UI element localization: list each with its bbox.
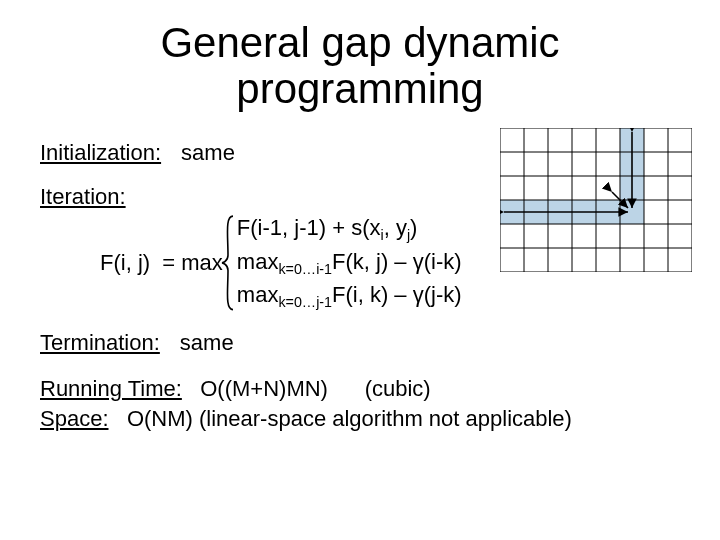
equation-lhs: F(i, j) = max	[100, 250, 223, 276]
case-vertical-gap: maxk=0…i-1F(k, j) – γ(i-k)	[237, 248, 462, 279]
termination-row: Termination: same	[40, 330, 680, 356]
left-brace-icon	[221, 214, 235, 312]
running-time-value: O((M+N)MN)	[200, 376, 328, 401]
case3-post: (j-k)	[424, 282, 462, 307]
termination-value: same	[180, 330, 234, 356]
running-time-note: (cubic)	[365, 376, 431, 401]
case3-sub: k=0…j-1	[278, 294, 332, 310]
case2-mid: F(k, j) –	[332, 249, 413, 274]
case2-gamma: γ	[413, 249, 424, 274]
case-diagonal: F(i-1, j-1) + s(xi, yj)	[237, 214, 462, 245]
initialization-value: same	[181, 140, 235, 166]
case1-mid: , y	[384, 215, 407, 240]
equation-cases: F(i-1, j-1) + s(xi, yj) maxk=0…i-1F(k, j…	[237, 214, 462, 312]
slide-title: General gap dynamic programming	[40, 20, 680, 112]
case3-mid: F(i, k) –	[332, 282, 413, 307]
case1-pre: F(i-1, j-1) + s(x	[237, 215, 381, 240]
case-horizontal-gap: maxk=0…j-1F(i, k) – γ(j-k)	[237, 281, 462, 312]
case2-pre: max	[237, 249, 279, 274]
case3-pre: max	[237, 282, 279, 307]
case3-gamma: γ	[413, 282, 424, 307]
complexity-block: Running Time: O((M+N)MN) (cubic) Space: …	[40, 374, 680, 433]
running-time-label: Running Time:	[40, 376, 182, 401]
case2-sub: k=0…i-1	[278, 261, 332, 277]
initialization-label: Initialization:	[40, 140, 161, 166]
case1-post: )	[410, 215, 417, 240]
running-time-line: Running Time: O((M+N)MN) (cubic)	[40, 374, 680, 404]
space-line: Space: O(NM) (linear-space algorithm not…	[40, 404, 680, 434]
space-label: Space:	[40, 406, 109, 431]
space-value: O(NM) (linear-space algorithm not applic…	[127, 406, 572, 431]
termination-label: Termination:	[40, 330, 160, 356]
case2-post: (i-k)	[424, 249, 462, 274]
alignment-grid-figure	[500, 128, 692, 272]
